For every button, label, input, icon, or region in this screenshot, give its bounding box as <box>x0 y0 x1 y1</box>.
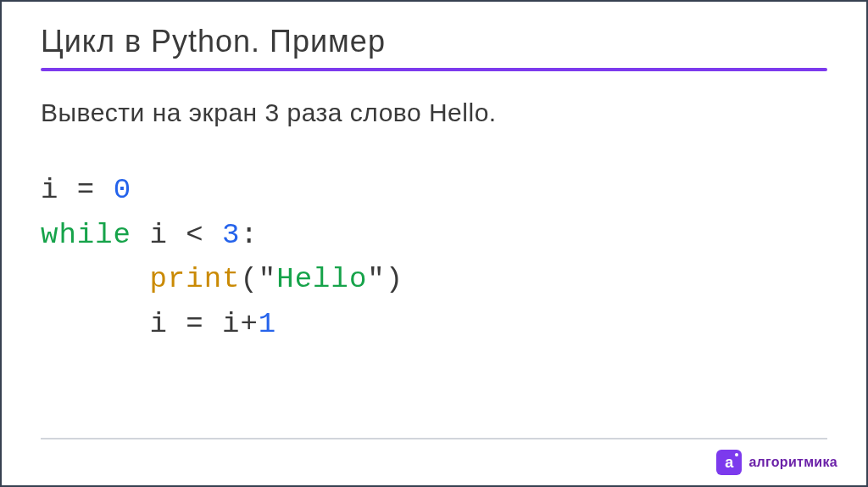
code-line-4: i = i+1 <box>41 302 827 347</box>
number-zero: 0 <box>114 174 131 206</box>
task-description: Вывести на экран 3 раза слово Hello. <box>41 98 827 127</box>
slide-content: Цикл в Python. Пример Вывести на экран 3… <box>0 0 868 347</box>
function-print: print <box>149 263 240 295</box>
variable-i: i <box>149 308 167 340</box>
code-line-3: print("Hello") <box>41 257 827 302</box>
assign-op: = <box>58 174 113 206</box>
variable-i: i <box>222 308 240 340</box>
title-underline <box>41 68 827 71</box>
close-quote: " <box>367 263 385 295</box>
slide-title: Цикл в Python. Пример <box>41 24 827 59</box>
footer-divider <box>41 438 827 439</box>
code-line-2: while i < 3: <box>41 213 827 258</box>
logo-text: алгоритмика <box>748 455 837 470</box>
brand-logo: a алгоритмика <box>716 450 837 475</box>
number-one: 1 <box>259 308 276 340</box>
variable-i: i <box>41 174 58 206</box>
code-line-1: i = 0 <box>41 168 827 213</box>
plus-op: + <box>240 308 258 340</box>
variable-i: i <box>149 219 167 251</box>
number-three: 3 <box>222 219 240 251</box>
open-quote: " <box>259 263 276 295</box>
less-than-op: < <box>168 219 222 251</box>
open-paren: ( <box>240 263 258 295</box>
code-example: i = 0 while i < 3: print("Hello") i = i+… <box>41 168 827 347</box>
close-paren: ) <box>386 263 403 295</box>
keyword-while: while <box>41 219 131 251</box>
assign-op: = <box>168 308 222 340</box>
colon: : <box>240 219 258 251</box>
logo-badge-icon: a <box>716 450 742 475</box>
string-hello: Hello <box>276 263 367 295</box>
